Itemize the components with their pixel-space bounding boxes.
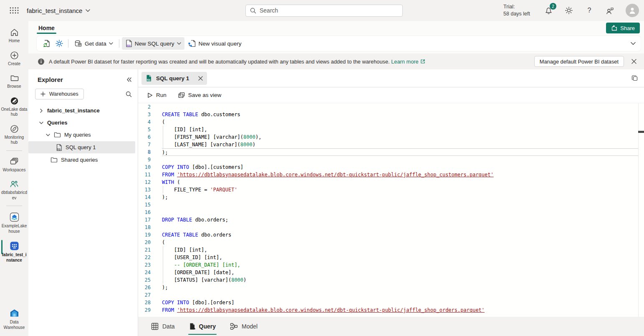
- sql-file-green-icon: SQL: [146, 74, 152, 82]
- code-line[interactable]: 13 FILE_TYPE = 'PARQUET': [138, 186, 644, 193]
- close-tab-button[interactable]: [198, 76, 203, 81]
- code-line[interactable]: 14);: [138, 193, 644, 201]
- sql-document-icon: SQL: [125, 39, 132, 48]
- rail-item-dbtlabsfabricdev[interactable]: dbtlabsfabricdev: [0, 177, 28, 203]
- banner-close-button[interactable]: [630, 57, 638, 66]
- workspace-switcher[interactable]: fabric_test_instance: [27, 7, 90, 14]
- left-nav-rail: Home Create Browse OneLake data hub Moni…: [0, 21, 28, 336]
- refresh-button[interactable]: [41, 37, 53, 50]
- tree-item-queries[interactable]: Queries: [28, 117, 138, 129]
- new-sql-query-button[interactable]: SQL New SQL query: [122, 37, 184, 50]
- code-line[interactable]: 16: [138, 209, 644, 216]
- rail-item-monitoring-hub[interactable]: Monitoring hub: [0, 122, 28, 148]
- workspaces-icon: [10, 157, 19, 166]
- svg-text:SQL: SQL: [126, 44, 131, 47]
- code-line[interactable]: 3CREATE TABLE dbo.customers: [138, 111, 644, 118]
- tree-item-my-queries[interactable]: My queries: [28, 129, 138, 141]
- line-number: 4: [138, 118, 151, 126]
- line-number: 12: [138, 178, 151, 186]
- collapse-panel-icon[interactable]: [126, 77, 132, 82]
- code-line[interactable]: 18: [138, 224, 644, 231]
- code-text: );: [162, 284, 644, 291]
- code-line[interactable]: 22 [USER_ID] [int],: [138, 254, 644, 261]
- code-line[interactable]: 8);: [138, 148, 644, 156]
- code-line[interactable]: 7 [LAST_NAME] [varchar](8000): [138, 141, 644, 148]
- rail-item-browse[interactable]: Browse: [0, 71, 28, 92]
- rail-item-workspaces[interactable]: Workspaces: [0, 154, 28, 176]
- learn-more-link[interactable]: Learn more: [391, 59, 425, 65]
- search-input[interactable]: Search: [245, 5, 403, 17]
- code-line[interactable]: 23 -- [ORDER_DATE] [int],: [138, 261, 644, 269]
- toolbar-divider: [119, 39, 119, 48]
- notifications-button[interactable]: 2: [544, 6, 553, 15]
- code-line[interactable]: 20(: [138, 239, 644, 246]
- rail-item-data-warehouse[interactable]: Data Warehouse: [0, 305, 28, 333]
- code-line[interactable]: 21 [ID] [int],: [138, 246, 644, 254]
- line-number: 11: [138, 171, 151, 178]
- code-line[interactable]: 2: [138, 103, 644, 111]
- code-line[interactable]: 12WITH (: [138, 178, 644, 186]
- query-toolbar: Run Save as view: [138, 87, 644, 103]
- code-line[interactable]: 6 [FIRST_NAME] [varchar](8000),: [138, 133, 644, 141]
- code-text: (: [162, 239, 644, 246]
- settings-button[interactable]: [564, 6, 573, 15]
- code-line[interactable]: 9: [138, 156, 644, 163]
- editor-scrollbar[interactable]: [638, 103, 644, 317]
- code-line[interactable]: 17DROP TABLE dbo.orders;: [138, 216, 644, 224]
- code-text: [ID] [int],: [162, 246, 644, 254]
- new-warehouse-button[interactable]: Warehouses: [35, 89, 84, 99]
- line-number: 5: [138, 126, 151, 133]
- feedback-button[interactable]: [605, 6, 614, 15]
- tab-query[interactable]: Query: [188, 321, 217, 332]
- code-line[interactable]: 4(: [138, 118, 644, 126]
- explorer-tree: fabric_test_instance Queries My queries: [28, 104, 138, 166]
- save-as-view-button[interactable]: Save as view: [174, 89, 226, 101]
- code-line[interactable]: 10COPY INTO [dbo].[customers]: [138, 163, 644, 171]
- refresh-doc-icon: [43, 39, 51, 48]
- collapse-ribbon-chevron-icon[interactable]: [631, 42, 636, 45]
- code-line[interactable]: 19CREATE TABLE dbo.orders: [138, 231, 644, 239]
- run-button[interactable]: Run: [143, 89, 171, 101]
- code-line[interactable]: 24 [ORDER_DATE] [date],: [138, 269, 644, 276]
- line-number: 7: [138, 141, 151, 148]
- rail-item-fabric-test-instance[interactable]: fabric_test_instance: [0, 238, 28, 265]
- account-avatar[interactable]: [626, 4, 639, 17]
- code-line[interactable]: 27: [138, 291, 644, 299]
- code-line[interactable]: 29FROM 'https://dbtlabsynapsedatalake.bl…: [138, 306, 644, 314]
- scrollbar-cursor-marker: [638, 131, 644, 133]
- code-line[interactable]: 26);: [138, 284, 644, 291]
- copy-icon[interactable]: [631, 75, 638, 82]
- sql-editor[interactable]: 23CREATE TABLE dbo.customers4(5 [ID] [in…: [138, 103, 644, 317]
- tree-item-warehouse[interactable]: fabric_test_instance: [28, 104, 138, 117]
- help-button[interactable]: ?: [585, 6, 594, 15]
- get-data-button[interactable]: Get data: [71, 38, 116, 50]
- warehouse-settings-button[interactable]: [53, 37, 66, 50]
- chevron-down-icon: [177, 42, 181, 45]
- tab-data[interactable]: Data: [150, 321, 176, 332]
- ribbon-tab-home[interactable]: Home: [38, 22, 56, 34]
- onelake-icon: [10, 96, 19, 106]
- line-number: 19: [138, 231, 151, 239]
- code-line[interactable]: 28COPY INTO [dbo].[orders]: [138, 299, 644, 306]
- tab-model[interactable]: Model: [229, 321, 258, 332]
- info-icon: [38, 58, 45, 65]
- data-warehouse-icon: [9, 308, 20, 318]
- tree-item-sql-query-1[interactable]: SQL SQL query 1: [28, 141, 135, 153]
- tree-item-shared-queries[interactable]: Shared queries: [28, 154, 138, 166]
- plus-icon: [40, 92, 45, 97]
- rail-item-home[interactable]: Home: [0, 25, 28, 46]
- code-line[interactable]: 15: [138, 201, 644, 209]
- manage-dataset-button[interactable]: Manage default Power BI dataset: [534, 56, 624, 67]
- rail-item-create[interactable]: Create: [0, 48, 28, 69]
- code-line[interactable]: 5 [ID] [int],: [138, 126, 644, 133]
- explorer-search-icon[interactable]: [126, 91, 132, 97]
- code-line[interactable]: 25 [STATUS] [varchar](8000): [138, 276, 644, 284]
- rail-item-examplelakehouse[interactable]: ExampleLakehouse: [0, 209, 28, 237]
- query-tab[interactable]: SQL SQL query 1: [141, 72, 207, 85]
- share-button[interactable]: Share: [606, 23, 640, 33]
- rail-item-onelake-data-hub[interactable]: OneLake data hub: [0, 94, 28, 120]
- code-line[interactable]: 11FROM 'https://dbtlabsynapsedatalake.bl…: [138, 171, 644, 178]
- app-launcher-icon[interactable]: [9, 6, 19, 15]
- line-number: 9: [138, 156, 151, 163]
- new-visual-query-button[interactable]: New visual query: [184, 37, 245, 50]
